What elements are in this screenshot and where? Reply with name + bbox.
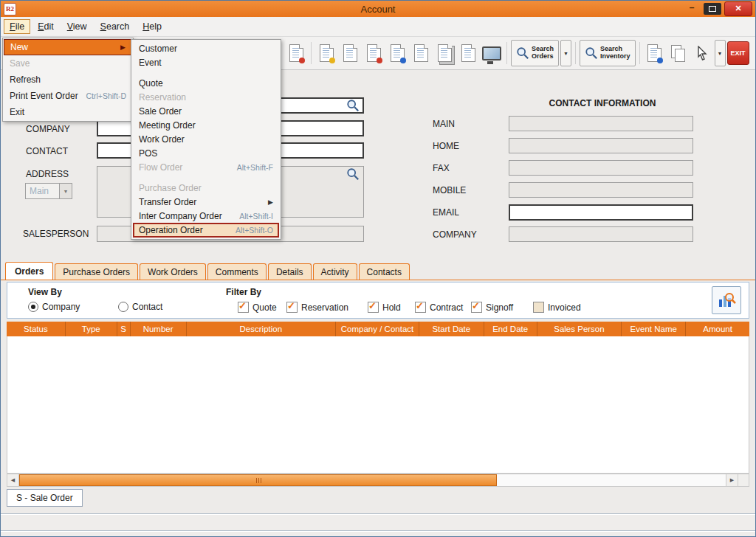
- tab-contacts[interactable]: Contacts: [359, 263, 410, 280]
- pointer-icon: [695, 46, 709, 60]
- salesperson-label: SALESPERSON: [23, 229, 89, 239]
- address-type-combo[interactable]: Main ▼: [25, 183, 72, 199]
- search-orders-button[interactable]: SearchOrders: [511, 40, 559, 66]
- checkbox-icon: [415, 302, 426, 313]
- filter-signoff-checkbox[interactable]: Signoff: [471, 302, 513, 313]
- pointer-dropdown[interactable]: ▼: [715, 40, 726, 66]
- tab-comments[interactable]: Comments: [207, 263, 267, 280]
- filter-reservation-label: Reservation: [301, 302, 348, 313]
- search-inventory-label-2: Inventory: [600, 52, 630, 60]
- menu-search[interactable]: Search: [94, 19, 136, 34]
- filter-reservation-checkbox[interactable]: Reservation: [286, 302, 348, 313]
- titlebar: R2 Account – ✕: [1, 1, 755, 17]
- submenu-item-quote[interactable]: Quote: [133, 76, 279, 90]
- submenu-item-pos[interactable]: POS: [133, 146, 279, 160]
- submenu-meeting-order-label: Meeting Order: [139, 120, 196, 131]
- email-input[interactable]: [509, 204, 693, 221]
- view-by-label: View By: [28, 287, 62, 297]
- file-menu-item-refresh[interactable]: Refresh: [4, 72, 132, 88]
- app-icon[interactable]: R2: [4, 3, 16, 15]
- search-inventory-button[interactable]: SearchInventory: [580, 40, 636, 66]
- minimize-button[interactable]: –: [683, 3, 701, 15]
- toolbar-icon-14[interactable]: [339, 40, 361, 66]
- tab-purchase-orders[interactable]: Purchase Orders: [55, 263, 138, 280]
- submenu-operation-order-shortcut: Alt+Shift-O: [236, 226, 273, 235]
- menu-file[interactable]: File: [4, 19, 30, 34]
- menu-view[interactable]: View: [61, 19, 93, 34]
- checkbox-icon: [471, 302, 482, 313]
- search-orders-dropdown[interactable]: ▼: [560, 40, 571, 66]
- checkbox-icon: [286, 302, 298, 313]
- refresh-results-button[interactable]: [712, 286, 741, 314]
- close-button[interactable]: ✕: [724, 1, 752, 16]
- submenu-item-work-order[interactable]: Work Order: [133, 132, 279, 146]
- submenu-item-inter-company-order[interactable]: Inter Company Order Alt+Shift-I: [133, 209, 279, 223]
- toolbar-icon-17[interactable]: [410, 40, 432, 66]
- status-bar-2: [1, 530, 755, 536]
- toolbar-icon-copy[interactable]: [667, 40, 690, 66]
- maximize-button[interactable]: [704, 3, 721, 15]
- menu-help[interactable]: Help: [137, 19, 168, 34]
- toolbar-icon-16[interactable]: [386, 40, 408, 66]
- tab-activity[interactable]: Activity: [313, 263, 357, 280]
- submenu-item-transfer-order[interactable]: Transfer Order ▶: [133, 195, 279, 209]
- filter-hold-checkbox[interactable]: Hold: [368, 302, 401, 313]
- file-menu-item-new[interactable]: New ▶: [4, 39, 132, 55]
- col-status[interactable]: Status: [7, 322, 66, 336]
- toolbar-icon-12[interactable]: [285, 40, 307, 66]
- toolbar-icon-13[interactable]: [315, 40, 337, 66]
- submenu-item-meeting-order[interactable]: Meeting Order: [133, 118, 279, 132]
- toolbar-icon-18[interactable]: [433, 40, 456, 66]
- filter-quote-checkbox[interactable]: Quote: [238, 302, 277, 313]
- address-search-icon[interactable]: [346, 167, 360, 181]
- view-by-contact-radio[interactable]: Contact: [118, 302, 162, 312]
- col-sales-person[interactable]: Sales Person: [537, 322, 622, 336]
- search-chart-icon: [717, 291, 736, 310]
- submenu-quote-label: Quote: [139, 78, 163, 89]
- toolbar-icon-19[interactable]: [457, 40, 479, 66]
- filter-signoff-label: Signoff: [486, 302, 513, 313]
- fax-input: [509, 160, 693, 176]
- filter-invoiced-checkbox[interactable]: Invoiced: [533, 302, 581, 313]
- filter-contract-checkbox[interactable]: Contract: [415, 302, 463, 313]
- submenu-item-customer[interactable]: Customer: [133, 41, 279, 55]
- account-search-icon[interactable]: [346, 99, 360, 112]
- file-menu-item-print-event-order[interactable]: Print Event Order Ctrl+Shift-D: [4, 88, 132, 104]
- scrollbar-track[interactable]: [497, 474, 726, 486]
- tabstrip: Orders Purchase Orders Work Orders Comme…: [1, 260, 755, 280]
- tab-work-orders[interactable]: Work Orders: [140, 263, 206, 280]
- home-label: HOME: [433, 141, 459, 151]
- col-start-date[interactable]: Start Date: [419, 322, 484, 336]
- file-menu-item-save: Save: [4, 55, 132, 72]
- file-menu-save-label: Save: [10, 58, 30, 69]
- tab-orders[interactable]: Orders: [5, 262, 53, 280]
- radio-icon: [28, 302, 38, 312]
- col-end-date[interactable]: End Date: [484, 322, 537, 336]
- col-company-contact[interactable]: Company / Contact: [336, 322, 419, 336]
- scrollbar-thumb[interactable]: [19, 474, 497, 486]
- col-type[interactable]: Type: [66, 322, 117, 336]
- col-s[interactable]: S: [117, 322, 131, 336]
- orders-table-body[interactable]: [7, 336, 749, 474]
- toolbar-icon-form[interactable]: [644, 40, 666, 66]
- view-by-company-radio[interactable]: Company: [28, 302, 80, 312]
- col-number[interactable]: Number: [131, 322, 187, 336]
- col-description[interactable]: Description: [187, 322, 337, 336]
- exit-button[interactable]: EXIT: [727, 41, 749, 65]
- submenu-item-event[interactable]: Event: [133, 55, 279, 69]
- filter-by-label: Filter By: [226, 287, 261, 297]
- toolbar-icon-20[interactable]: [481, 40, 503, 66]
- doc-icon: [289, 44, 303, 62]
- col-amount[interactable]: Amount: [686, 322, 749, 336]
- file-menu-item-exit[interactable]: Exit: [4, 104, 132, 120]
- scroll-right-arrow[interactable]: ▶: [726, 474, 738, 486]
- submenu-item-sale-order[interactable]: Sale Order: [133, 104, 279, 118]
- toolbar-icon-pointer[interactable]: [691, 40, 713, 66]
- menu-edit[interactable]: Edit: [32, 19, 60, 34]
- tab-details[interactable]: Details: [268, 263, 312, 280]
- filter-hold-label: Hold: [382, 302, 401, 313]
- col-event-name[interactable]: Event Name: [622, 322, 686, 336]
- submenu-item-operation-order[interactable]: Operation Order Alt+Shift-O: [133, 223, 279, 238]
- toolbar-icon-15[interactable]: [362, 40, 385, 66]
- scroll-left-arrow[interactable]: ◀: [7, 474, 19, 486]
